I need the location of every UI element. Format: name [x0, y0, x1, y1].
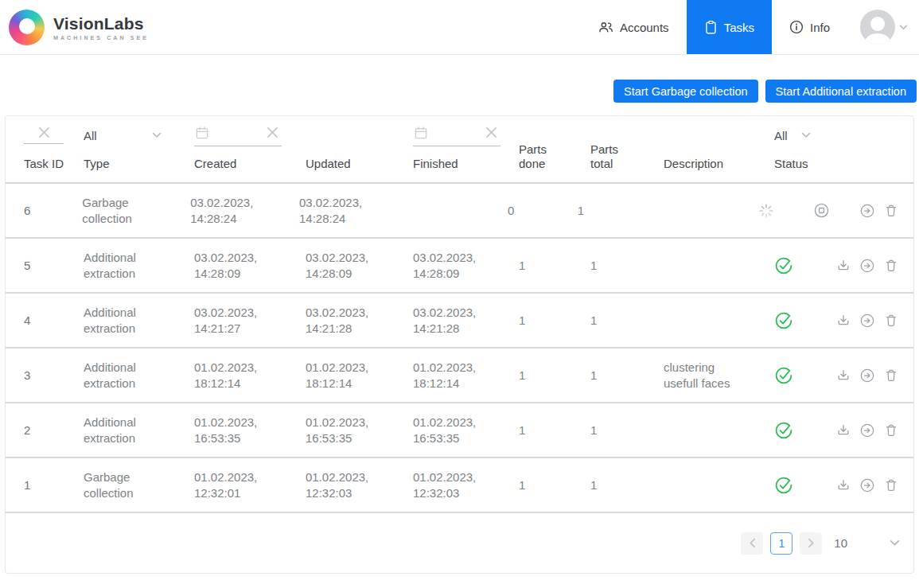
column-header-parts-done: Parts done [519, 142, 555, 171]
calendar-icon[interactable] [413, 125, 429, 141]
page-size-chevron-down-icon[interactable] [890, 539, 900, 547]
info-circle-icon [789, 20, 804, 34]
table-row: 2 Additional extraction 01.02.2023, 16:5… [6, 403, 913, 458]
nav-info-label: Info [810, 21, 830, 34]
parts-done: 1 [519, 423, 590, 438]
task-id: 1 [24, 477, 84, 493]
calendar-icon[interactable] [194, 125, 210, 141]
table-row: 6 Garbage collection 03.02.2023, 14:28:2… [6, 184, 913, 239]
column-header-type: Type [84, 157, 194, 171]
task-updated: 03.02.2023, 14:28:24 [299, 195, 372, 227]
nav-item-tasks[interactable]: Tasks [687, 0, 772, 54]
trash-icon [883, 368, 899, 384]
page-size-value[interactable]: 10 [834, 536, 847, 550]
arrow-right-circle-icon [859, 258, 875, 274]
download-result-button[interactable] [835, 258, 851, 274]
current-page-button[interactable]: 1 [770, 532, 792, 555]
check-circle-icon [774, 476, 793, 495]
open-task-button[interactable] [859, 203, 875, 219]
nav-accounts-label: Accounts [620, 21, 669, 34]
task-description: clustering usefull faces [664, 360, 747, 391]
delete-task-button[interactable] [883, 203, 899, 219]
delete-task-button[interactable] [883, 258, 899, 274]
task-id: 3 [24, 368, 84, 384]
check-circle-icon [774, 311, 793, 330]
start-additional-extraction-button[interactable]: Start Additional extraction [765, 80, 917, 103]
stop-task-button[interactable] [813, 202, 830, 219]
column-header-description: Description [664, 157, 774, 171]
task-finished: 01.02.2023, 18:12:14 [413, 360, 486, 391]
clear-created-filter-icon[interactable] [267, 127, 278, 138]
nav-item-info[interactable]: Info [772, 0, 847, 54]
parts-done: 0 [508, 203, 578, 219]
user-menu[interactable] [847, 0, 919, 54]
task-updated: 01.02.2023, 16:53:35 [306, 415, 379, 446]
task-type: Additional extraction [84, 415, 157, 446]
delete-task-button[interactable] [883, 368, 899, 384]
brand-tagline: MACHINES CAN SEE [53, 35, 149, 41]
task-id: 4 [24, 313, 84, 329]
parts-total: 1 [590, 313, 664, 329]
download-icon [835, 258, 851, 274]
prev-page-button[interactable] [741, 532, 763, 555]
open-task-button[interactable] [859, 313, 875, 329]
brand-logo: VisionLabs MACHINES CAN SEE [0, 0, 149, 54]
delete-task-button[interactable] [883, 477, 899, 493]
parts-total: 1 [590, 477, 664, 493]
clear-finished-filter-icon[interactable] [485, 127, 497, 138]
trash-icon [883, 313, 899, 329]
download-icon [835, 477, 851, 493]
task-updated: 03.02.2023, 14:28:09 [306, 250, 379, 282]
download-icon [835, 368, 851, 384]
task-updated: 01.02.2023, 12:32:03 [306, 469, 379, 501]
open-task-button[interactable] [859, 423, 875, 438]
main-nav: Accounts Tasks Info [581, 0, 847, 54]
nav-item-accounts[interactable]: Accounts [581, 0, 687, 54]
parts-done: 1 [519, 258, 590, 274]
nav-tasks-label: Tasks [724, 21, 754, 34]
next-page-button[interactable] [800, 532, 822, 555]
open-task-button[interactable] [859, 477, 875, 493]
task-created: 03.02.2023, 14:28:24 [190, 195, 263, 227]
open-task-button[interactable] [859, 258, 875, 274]
task-type: Garbage collection [84, 469, 157, 501]
chevron-down-icon[interactable] [899, 25, 908, 30]
start-garbage-collection-button[interactable]: Start Garbage collection [613, 80, 758, 103]
task-id: 2 [24, 423, 84, 438]
user-avatar[interactable] [860, 10, 895, 45]
status-filter-value: All [774, 129, 788, 142]
brand-name: VisionLabs [53, 14, 149, 33]
parts-total: 1 [578, 203, 649, 219]
download-result-button[interactable] [835, 423, 851, 438]
created-date-filter[interactable] [194, 125, 282, 146]
delete-task-button[interactable] [883, 423, 899, 438]
task-created: 01.02.2023, 12:32:01 [194, 469, 267, 501]
finished-date-filter[interactable] [413, 125, 500, 146]
clear-task-id-filter-icon[interactable] [38, 127, 50, 138]
column-header-finished: Finished [413, 157, 519, 171]
parts-total: 1 [590, 423, 664, 438]
column-header-updated: Updated [306, 157, 413, 171]
chevron-left-icon [749, 538, 756, 548]
chevron-down-icon [801, 132, 811, 138]
download-icon [835, 423, 851, 438]
table-row: 3 Additional extraction 01.02.2023, 18:1… [6, 349, 913, 403]
visionlabs-logo-icon [9, 10, 45, 45]
download-result-button[interactable] [835, 477, 851, 493]
arrow-right-circle-icon [859, 368, 875, 384]
column-header-status: Status [774, 157, 831, 171]
delete-task-button[interactable] [883, 313, 899, 329]
check-circle-icon [774, 256, 793, 275]
column-header-parts-total: Parts total [590, 142, 627, 171]
download-result-button[interactable] [835, 313, 851, 329]
table-footer: 1 10 [6, 513, 913, 573]
arrow-right-circle-icon [859, 313, 875, 329]
toolbar: Start Garbage collection Start Additiona… [0, 80, 917, 103]
download-result-button[interactable] [835, 368, 851, 384]
status-filter-select[interactable]: All [774, 129, 816, 142]
task-type: Additional extraction [84, 250, 157, 282]
open-task-button[interactable] [859, 368, 875, 384]
type-filter-select[interactable]: All [84, 129, 166, 142]
top-bar: VisionLabs MACHINES CAN SEE Accounts Tas… [0, 0, 919, 55]
task-id-filter-input[interactable] [24, 127, 64, 144]
